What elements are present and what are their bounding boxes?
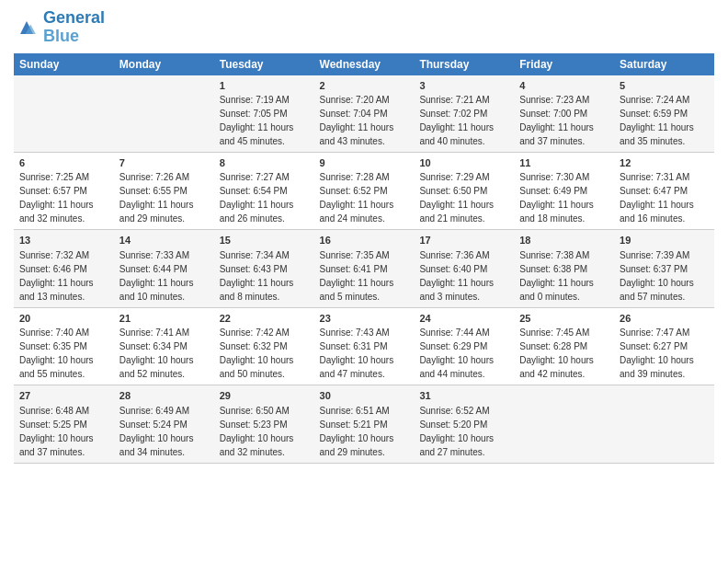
day-number: 2	[320, 79, 409, 93]
day-info: Sunrise: 7:33 AMSunset: 6:44 PMDaylight:…	[119, 250, 194, 302]
col-header-sunday: Sunday	[14, 53, 114, 75]
day-info: Sunrise: 7:34 AMSunset: 6:43 PMDaylight:…	[220, 250, 294, 302]
day-info: Sunrise: 7:44 AMSunset: 6:29 PMDaylight:…	[419, 327, 494, 379]
day-number: 16	[320, 234, 409, 247]
day-number: 30	[320, 389, 409, 403]
col-header-tuesday: Tuesday	[214, 53, 314, 75]
day-number: 13	[19, 234, 108, 247]
day-cell: 28Sunrise: 6:49 AMSunset: 5:24 PMDayligh…	[114, 385, 214, 463]
day-info: Sunrise: 6:49 AMSunset: 5:24 PMDaylight:…	[119, 406, 194, 457]
day-cell: 31Sunrise: 6:52 AMSunset: 5:20 PMDayligh…	[414, 385, 514, 463]
week-row-4: 20Sunrise: 7:40 AMSunset: 6:35 PMDayligh…	[14, 307, 714, 385]
day-cell: 27Sunrise: 6:48 AMSunset: 5:25 PMDayligh…	[14, 385, 114, 463]
day-number: 6	[19, 156, 108, 170]
day-cell: 20Sunrise: 7:40 AMSunset: 6:35 PMDayligh…	[14, 307, 114, 385]
day-info: Sunrise: 7:26 AMSunset: 6:55 PMDaylight:…	[119, 172, 194, 224]
day-cell: 10Sunrise: 7:29 AMSunset: 6:50 PMDayligh…	[414, 152, 514, 229]
day-cell: 13Sunrise: 7:32 AMSunset: 6:46 PMDayligh…	[14, 230, 114, 307]
col-header-saturday: Saturday	[614, 53, 714, 75]
day-cell	[614, 385, 714, 463]
day-number: 11	[519, 156, 609, 170]
day-info: Sunrise: 7:45 AMSunset: 6:28 PMDaylight:…	[519, 327, 594, 379]
day-info: Sunrise: 7:41 AMSunset: 6:34 PMDaylight:…	[119, 327, 194, 379]
day-cell: 3Sunrise: 7:21 AMSunset: 7:02 PMDaylight…	[414, 75, 514, 153]
day-cell	[14, 75, 114, 153]
header-row: SundayMondayTuesdayWednesdayThursdayFrid…	[14, 53, 714, 75]
calendar-table: SundayMondayTuesdayWednesdayThursdayFrid…	[14, 53, 714, 464]
day-info: Sunrise: 7:39 AMSunset: 6:37 PMDaylight:…	[620, 250, 694, 302]
day-cell: 1Sunrise: 7:19 AMSunset: 7:05 PMDaylight…	[214, 75, 314, 153]
day-cell: 9Sunrise: 7:28 AMSunset: 6:52 PMDaylight…	[314, 152, 415, 229]
day-cell: 21Sunrise: 7:41 AMSunset: 6:34 PMDayligh…	[114, 307, 214, 385]
day-info: Sunrise: 7:21 AMSunset: 7:02 PMDaylight:…	[419, 95, 494, 146]
day-number: 28	[119, 389, 209, 403]
day-cell: 15Sunrise: 7:34 AMSunset: 6:43 PMDayligh…	[214, 230, 314, 307]
col-header-friday: Friday	[514, 53, 614, 75]
day-info: Sunrise: 6:50 AMSunset: 5:23 PMDaylight:…	[220, 406, 294, 457]
day-cell: 26Sunrise: 7:47 AMSunset: 6:27 PMDayligh…	[614, 307, 714, 385]
day-info: Sunrise: 7:43 AMSunset: 6:31 PMDaylight:…	[320, 327, 394, 379]
day-number: 1	[220, 79, 309, 93]
day-cell	[114, 75, 214, 153]
day-number: 18	[519, 234, 609, 247]
day-info: Sunrise: 7:36 AMSunset: 6:40 PMDaylight:…	[419, 250, 494, 302]
day-info: Sunrise: 7:30 AMSunset: 6:49 PMDaylight:…	[519, 172, 594, 224]
col-header-wednesday: Wednesday	[314, 53, 415, 75]
day-info: Sunrise: 7:35 AMSunset: 6:41 PMDaylight:…	[320, 250, 394, 302]
day-number: 23	[320, 312, 409, 326]
day-cell	[514, 385, 614, 463]
day-cell: 22Sunrise: 7:42 AMSunset: 6:32 PMDayligh…	[214, 307, 314, 385]
day-number: 10	[419, 156, 508, 170]
week-row-1: 1Sunrise: 7:19 AMSunset: 7:05 PMDaylight…	[14, 75, 714, 153]
day-number: 8	[220, 156, 309, 170]
day-number: 26	[620, 312, 709, 326]
day-number: 31	[419, 389, 508, 403]
logo-text: General Blue	[43, 9, 105, 46]
day-cell: 8Sunrise: 7:27 AMSunset: 6:54 PMDaylight…	[214, 152, 314, 229]
day-cell: 6Sunrise: 7:25 AMSunset: 6:57 PMDaylight…	[14, 152, 114, 229]
day-number: 4	[519, 79, 609, 93]
day-number: 9	[320, 156, 409, 170]
col-header-monday: Monday	[114, 53, 214, 75]
week-row-2: 6Sunrise: 7:25 AMSunset: 6:57 PMDaylight…	[14, 152, 714, 229]
day-number: 20	[19, 312, 108, 326]
day-number: 15	[220, 234, 309, 247]
day-cell: 7Sunrise: 7:26 AMSunset: 6:55 PMDaylight…	[114, 152, 214, 229]
day-info: Sunrise: 7:31 AMSunset: 6:47 PMDaylight:…	[620, 172, 694, 224]
week-row-5: 27Sunrise: 6:48 AMSunset: 5:25 PMDayligh…	[14, 385, 714, 463]
day-cell: 29Sunrise: 6:50 AMSunset: 5:23 PMDayligh…	[214, 385, 314, 463]
day-number: 12	[620, 156, 709, 170]
day-cell: 4Sunrise: 7:23 AMSunset: 7:00 PMDaylight…	[514, 75, 614, 153]
day-info: Sunrise: 7:32 AMSunset: 6:46 PMDaylight:…	[19, 250, 94, 302]
day-number: 19	[620, 234, 709, 247]
day-cell: 12Sunrise: 7:31 AMSunset: 6:47 PMDayligh…	[614, 152, 714, 229]
logo-icon	[14, 15, 40, 40]
page: General Blue SundayMondayTuesdayWednesda…	[0, 0, 728, 563]
day-cell: 25Sunrise: 7:45 AMSunset: 6:28 PMDayligh…	[514, 307, 614, 385]
day-number: 22	[220, 312, 309, 326]
day-cell: 19Sunrise: 7:39 AMSunset: 6:37 PMDayligh…	[614, 230, 714, 307]
day-number: 17	[419, 234, 508, 247]
day-number: 29	[220, 389, 309, 403]
day-number: 14	[119, 234, 209, 247]
day-info: Sunrise: 7:29 AMSunset: 6:50 PMDaylight:…	[419, 172, 494, 224]
day-cell: 11Sunrise: 7:30 AMSunset: 6:49 PMDayligh…	[514, 152, 614, 229]
day-info: Sunrise: 6:48 AMSunset: 5:25 PMDaylight:…	[19, 406, 94, 457]
day-info: Sunrise: 7:24 AMSunset: 6:59 PMDaylight:…	[620, 95, 694, 146]
day-info: Sunrise: 7:47 AMSunset: 6:27 PMDaylight:…	[620, 327, 694, 379]
day-cell: 30Sunrise: 6:51 AMSunset: 5:21 PMDayligh…	[314, 385, 415, 463]
day-info: Sunrise: 7:40 AMSunset: 6:35 PMDaylight:…	[19, 327, 94, 379]
day-info: Sunrise: 6:51 AMSunset: 5:21 PMDaylight:…	[320, 406, 394, 457]
col-header-thursday: Thursday	[414, 53, 514, 75]
day-cell: 24Sunrise: 7:44 AMSunset: 6:29 PMDayligh…	[414, 307, 514, 385]
week-row-3: 13Sunrise: 7:32 AMSunset: 6:46 PMDayligh…	[14, 230, 714, 307]
day-number: 3	[419, 79, 508, 93]
day-cell: 2Sunrise: 7:20 AMSunset: 7:04 PMDaylight…	[314, 75, 415, 153]
day-info: Sunrise: 6:52 AMSunset: 5:20 PMDaylight:…	[419, 406, 494, 457]
header: General Blue	[14, 9, 714, 46]
logo: General Blue	[14, 9, 105, 46]
day-info: Sunrise: 7:38 AMSunset: 6:38 PMDaylight:…	[519, 250, 594, 302]
day-number: 7	[119, 156, 209, 170]
day-cell: 18Sunrise: 7:38 AMSunset: 6:38 PMDayligh…	[514, 230, 614, 307]
day-number: 5	[620, 79, 709, 93]
